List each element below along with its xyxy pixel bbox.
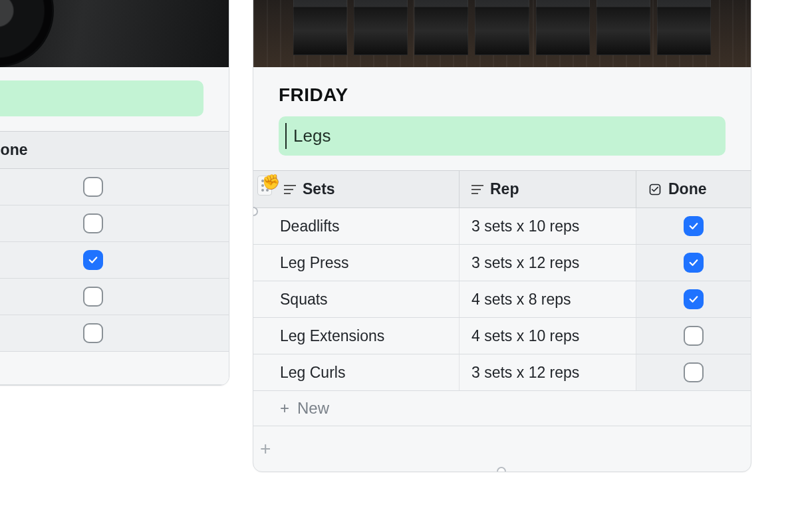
table-row[interactable]: Deadlifts3 sets x 10 reps <box>253 208 751 245</box>
done-checkbox[interactable] <box>83 287 103 307</box>
done-checkbox[interactable] <box>83 177 103 197</box>
cell-rep[interactable]: 3 sets x 12 reps <box>460 245 636 281</box>
plus-icon: + <box>280 399 289 418</box>
add-row-button[interactable]: + New <box>253 391 751 426</box>
cell-sets[interactable]: Leg Extensions <box>253 318 460 354</box>
table-row[interactable]: x 10 reps <box>0 205 229 242</box>
table-row[interactable]: x 10 reps <box>0 279 229 315</box>
cell-sets[interactable]: Leg Press <box>253 245 460 281</box>
done-checkbox[interactable] <box>83 213 103 233</box>
done-checkbox[interactable] <box>684 362 704 382</box>
card-hero-image: FUNCTIONAL <box>253 0 751 67</box>
text-column-icon <box>471 180 483 198</box>
cell-sets[interactable]: Squats <box>253 281 460 317</box>
card-day-title: FRIDAY <box>279 84 726 106</box>
cell-done[interactable] <box>0 279 229 315</box>
table-row[interactable]: x 12 reps <box>0 242 229 279</box>
cell-done[interactable] <box>0 205 229 241</box>
text-caret <box>285 123 287 149</box>
cell-rep[interactable]: 4 sets x 10 reps <box>460 318 636 354</box>
cell-done[interactable] <box>636 281 751 317</box>
column-header-rep[interactable]: Rep <box>460 171 636 207</box>
column-header-done-label: Done <box>0 141 28 159</box>
column-header-sets[interactable]: Sets <box>253 171 460 207</box>
table-row[interactable]: x 12 reps <box>0 315 229 352</box>
done-checkbox[interactable] <box>684 253 704 273</box>
table-row[interactable]: Leg Press3 sets x 12 reps <box>253 245 751 281</box>
column-header-done[interactable]: Done <box>636 171 751 207</box>
cell-sets[interactable]: Leg Curls <box>253 354 460 390</box>
category-callout-label: Legs <box>293 126 331 146</box>
table-row[interactable]: Leg Extensions4 sets x 10 reps <box>253 318 751 354</box>
table-row[interactable]: x 8 reps <box>0 169 229 205</box>
table-row[interactable]: Leg Curls3 sets x 12 reps <box>253 354 751 391</box>
workout-card-friday: FUNCTIONAL FRIDAY Legs ✊ Sets Rep <box>253 0 751 472</box>
column-header-done[interactable]: Done <box>0 132 229 168</box>
cell-rep[interactable]: 3 sets x 10 reps <box>460 208 636 244</box>
table-row[interactable]: Squats4 sets x 8 reps <box>253 281 751 318</box>
add-block-button[interactable]: + <box>253 426 751 471</box>
category-callout[interactable] <box>0 80 203 116</box>
cell-rep[interactable]: 3 sets x 12 reps <box>460 354 636 390</box>
done-checkbox[interactable] <box>83 323 103 343</box>
selection-handle-bottom[interactable] <box>497 467 506 472</box>
workout-card-left: p Done x 8 repsx 10 repsx 12 repsx 10 re… <box>0 0 229 386</box>
cell-done[interactable] <box>636 208 751 244</box>
cell-done[interactable] <box>636 354 751 390</box>
cell-done[interactable] <box>636 318 751 354</box>
cell-done[interactable] <box>0 169 229 205</box>
column-header-sets-label: Sets <box>303 180 335 198</box>
category-callout[interactable]: Legs <box>279 116 726 156</box>
row-drag-handle[interactable] <box>257 176 272 196</box>
done-checkbox[interactable] <box>684 289 704 309</box>
cell-done[interactable] <box>0 242 229 278</box>
cell-sets[interactable]: Deadlifts <box>253 208 460 244</box>
add-row-label: New <box>297 399 329 418</box>
done-checkbox[interactable] <box>684 326 704 346</box>
text-column-icon <box>284 180 296 198</box>
cell-done[interactable] <box>636 245 751 281</box>
cell-done[interactable] <box>0 315 229 351</box>
card-hero-image <box>0 0 229 67</box>
done-checkbox[interactable] <box>684 216 704 236</box>
table-header: Sets Rep Done <box>253 170 751 208</box>
checkbox-column-icon <box>648 183 662 196</box>
table-header: p Done <box>0 131 229 169</box>
cell-rep[interactable]: 4 sets x 8 reps <box>460 281 636 317</box>
done-checkbox[interactable] <box>83 250 103 270</box>
column-header-done-label: Done <box>668 180 707 198</box>
column-header-rep-label: Rep <box>490 180 519 198</box>
plus-icon: + <box>260 438 271 459</box>
